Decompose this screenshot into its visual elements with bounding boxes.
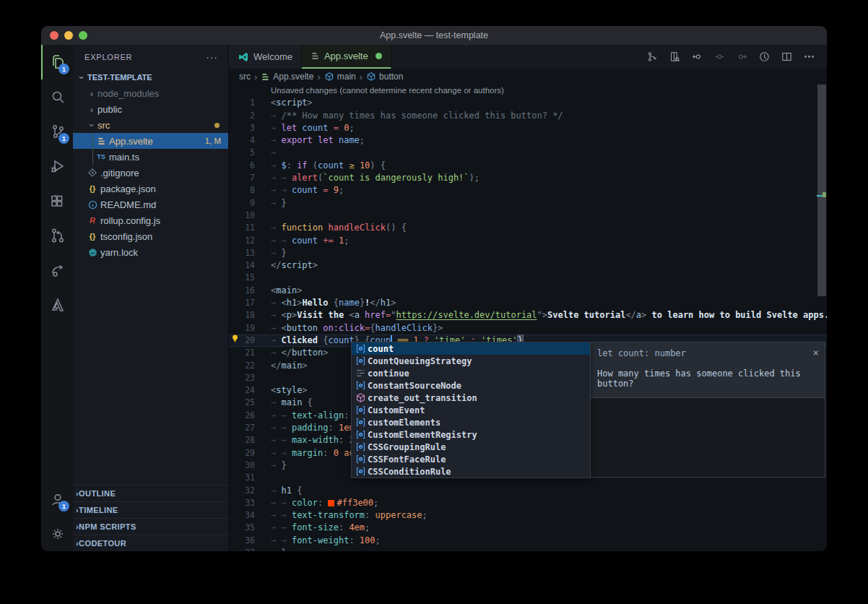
suggestion-cssgroupingrule[interactable]: CSSGroupingRule [352, 441, 590, 453]
rollup-file-icon: R [90, 216, 95, 225]
tree-item-public[interactable]: ›public [73, 101, 228, 117]
vertical-scrollbar[interactable] [817, 85, 827, 551]
previous-change-button[interactable] [689, 49, 705, 65]
current-change-button[interactable] [711, 49, 727, 65]
color-swatch[interactable] [328, 500, 334, 506]
suggestion-label: CustomEvent [368, 405, 425, 415]
code-line-4[interactable]: 4→ export let name; [229, 134, 827, 147]
code-line-7[interactable]: 7→ → alert(`count is dangerously high!`)… [229, 172, 827, 184]
modified-dot [376, 53, 382, 59]
suggestion-label: ConstantSourceNode [368, 381, 461, 391]
code-line-3[interactable]: 3→ let count = 0; [229, 122, 827, 134]
suggestion-countqueuingstrategy[interactable]: CountQueuingStrategy [352, 355, 590, 367]
suggestion-cssfontfacerule[interactable]: CSSFontFaceRule [352, 453, 590, 465]
open-changes-button[interactable] [667, 49, 682, 65]
code-line-37[interactable]: 37→ } [229, 547, 827, 551]
code-line-19[interactable]: 19→ <button on:click={handleClick}> [229, 322, 827, 335]
tree-item-app-svelte[interactable]: App.svelte1, M [73, 133, 228, 149]
sidebar-section-timeline[interactable]: ›TIMELINE [73, 501, 228, 518]
breadcrumb-app-svelte[interactable]: App.svelte [261, 72, 313, 82]
suggestion-cssconditionrule[interactable]: CSSConditionRule [352, 465, 590, 478]
activity-extensions[interactable] [41, 184, 73, 218]
history-button[interactable] [756, 49, 772, 65]
scrollbar-thumb[interactable] [817, 85, 826, 296]
code-line-1[interactable]: 1<script> [229, 97, 827, 109]
tree-item-package-json[interactable]: {}package.json [73, 181, 228, 197]
line-number: 25 [240, 397, 255, 409]
suggestion-create_out_transition[interactable]: create_out_transition [352, 392, 590, 404]
code-line-33[interactable]: 33→ → color: #ff3e00; [229, 497, 827, 509]
code-line-16[interactable]: 16<main> [229, 285, 827, 297]
tree-item-rollup-config-js[interactable]: Rrollup.config.js [73, 212, 228, 228]
tree-item-tsconfig-json[interactable]: {}tsconfig.json [73, 228, 228, 244]
sidebar-section-outline[interactable]: ›OUTLINE [73, 485, 228, 501]
activity-run-debug[interactable] [41, 149, 73, 184]
sidebar-section-npm-scripts[interactable]: ›NPM SCRIPTS [73, 518, 228, 535]
git-actions-button[interactable] [644, 49, 660, 65]
code-line-32[interactable]: 32→ h1 { [229, 485, 827, 497]
code-line-36[interactable]: 36→ → font-weight: 100; [229, 535, 827, 547]
sidebar-section-codetour[interactable]: ›CODETOUR [73, 535, 228, 551]
line-number: 36 [240, 535, 255, 547]
tree-item--gitignore[interactable]: .gitignore [73, 165, 228, 181]
activity-azure[interactable] [41, 288, 73, 322]
tree-item-node-modules[interactable]: ›node_modules [73, 85, 228, 101]
close-icon[interactable]: × [813, 347, 819, 358]
explorer-more-actions-icon[interactable]: ··· [206, 51, 218, 63]
breadcrumb-src[interactable]: src [239, 72, 251, 82]
json-file-icon: {} [90, 232, 96, 241]
activity-explorer[interactable]: 1 [41, 45, 73, 79]
activity-github-pull-requests[interactable] [41, 218, 73, 253]
tab-app-svelte[interactable]: App.svelte [302, 45, 391, 69]
code-line-11[interactable]: 11→ function handleClick() { [229, 222, 827, 234]
code-line-5[interactable]: 5→ [229, 147, 827, 159]
workspace-root-folder[interactable]: › TEST-TEMPLATE [73, 69, 228, 85]
code-line-10[interactable]: 10 [229, 210, 827, 222]
breadcrumb-separator: › [254, 72, 257, 82]
code-line-8[interactable]: 8→ → count = 9; [229, 184, 827, 197]
suggestion-count[interactable]: count [352, 342, 590, 355]
more-actions-button[interactable] [801, 49, 817, 65]
activity-live-share[interactable] [41, 253, 73, 288]
code-line-35[interactable]: 35→ → font-size: 4em; [229, 522, 827, 534]
tab-welcome[interactable]: Welcome [229, 45, 302, 69]
code-line-15[interactable]: 15 [229, 272, 827, 284]
code-line-18[interactable]: 18→ <p>Visit the <a href="https://svelte… [229, 309, 827, 322]
code-line-2[interactable]: 2→ /** How many times has someone clicke… [229, 110, 827, 122]
split-editor-button[interactable] [778, 49, 794, 65]
line-number: 24 [240, 384, 255, 397]
activity-settings[interactable] [41, 517, 73, 551]
tree-item-src[interactable]: ›src [73, 117, 228, 133]
activity-source-control[interactable]: 1 [41, 114, 73, 149]
suggestion-customelementregistry[interactable]: CustomElementRegistry [352, 428, 590, 441]
arrow-forward-icon [736, 51, 748, 63]
suggestion-continue[interactable]: continue [352, 367, 590, 379]
line-number: 32 [240, 485, 255, 497]
suggestion-customelements[interactable]: customElements [352, 416, 590, 428]
code-line-17[interactable]: 17→ <h1>Hello {name}!</h1> [229, 297, 827, 309]
suggestion-constantsourcenode[interactable]: ConstantSourceNode [352, 379, 590, 392]
code-line-9[interactable]: 9→ } [229, 197, 827, 210]
blame-annotation-line[interactable]: Unsaved changes (cannot determine recent… [229, 85, 827, 97]
suggestion-label: customElements [368, 418, 440, 428]
code-line-14[interactable]: 14</script> [229, 259, 827, 272]
tree-item-main-ts[interactable]: TSmain.ts [73, 149, 228, 165]
breadcrumb-main[interactable]: main [324, 72, 356, 82]
suggestion-customevent[interactable]: CustomEvent [352, 404, 590, 416]
arrow-back-icon [691, 51, 703, 63]
activity-account[interactable]: 1 [41, 482, 73, 517]
gitignore-file-icon [88, 168, 97, 177]
code-line-6[interactable]: 6→ $: if (count ≥ 10) { [229, 160, 827, 172]
code-editor[interactable]: Unsaved changes (cannot determine recent… [229, 85, 827, 551]
code-line-13[interactable]: 13→ } [229, 247, 827, 259]
code-line-34[interactable]: 34→ → text-transform: uppercase; [229, 509, 827, 522]
breadcrumb-button[interactable]: button [366, 72, 403, 82]
activity-search[interactable] [41, 79, 73, 114]
symbol-variable-icon [355, 441, 366, 452]
tree-item-yarn-lock[interactable]: yarn.lock [73, 244, 228, 260]
history-icon [758, 51, 771, 63]
tree-item-readme-md[interactable]: README.md [73, 197, 228, 212]
next-change-button[interactable] [734, 49, 750, 65]
code-line-12[interactable]: 12→ → count += 1; [229, 235, 827, 247]
quick-fix-lightbulb[interactable] [230, 334, 240, 347]
